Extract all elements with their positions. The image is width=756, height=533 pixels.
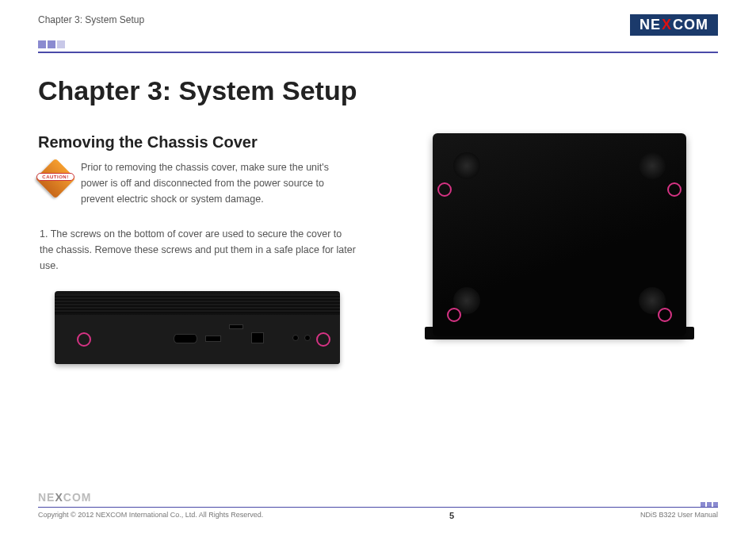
right-column (400, 133, 718, 364)
screw-marker-icon (447, 308, 461, 322)
logo-post: COM (63, 491, 92, 504)
device-bottom-image (433, 133, 686, 336)
decorative-squares (0, 36, 756, 48)
logo-x: X (55, 491, 63, 504)
square-icon (38, 40, 46, 48)
screw-marker-icon (77, 332, 91, 347)
content-area: Removing the Chassis Cover CAUTION! Prio… (0, 133, 756, 364)
screw-marker-icon (316, 332, 330, 347)
page-footer: NEXCOM Copyright © 2012 NEXCOM Internati… (38, 491, 718, 521)
caution-badge-label: CAUTION! (36, 173, 74, 181)
caution-text: Prior to removing the chassis cover, mak… (81, 159, 356, 207)
square-icon (48, 40, 55, 48)
divider-bottom (38, 507, 718, 508)
page-number: 5 (449, 511, 454, 520)
copyright-text: Copyright © 2012 NEXCOM International Co… (38, 511, 263, 520)
caution-icon: CAUTION! (38, 161, 73, 196)
footer-logo: NEXCOM (38, 491, 718, 504)
chapter-title: Chapter 3: System Setup (0, 53, 756, 133)
logo-x: X (662, 17, 672, 33)
footer-row: Copyright © 2012 NEXCOM International Co… (38, 511, 718, 520)
logo-post: COM (673, 17, 708, 33)
caution-block: CAUTION! Prior to removing the chassis c… (38, 159, 356, 207)
brand-logo: NEXCOM (630, 14, 718, 36)
section-title: Removing the Chassis Cover (38, 133, 356, 151)
manual-reference: NDiS B322 User Manual (640, 511, 718, 520)
breadcrumb: Chapter 3: System Setup (38, 14, 144, 25)
screw-marker-icon (437, 182, 452, 197)
step-1-text: 1. The screws on the bottom of cover are… (38, 226, 356, 274)
device-front-image (55, 291, 340, 364)
screw-marker-icon (658, 308, 672, 322)
logo-pre: NE (640, 17, 661, 33)
page-header: Chapter 3: System Setup NEXCOM (0, 0, 756, 36)
left-column: Removing the Chassis Cover CAUTION! Prio… (38, 133, 356, 364)
logo-pre: NE (38, 491, 55, 504)
square-icon (57, 40, 65, 48)
screw-marker-icon (667, 182, 682, 197)
